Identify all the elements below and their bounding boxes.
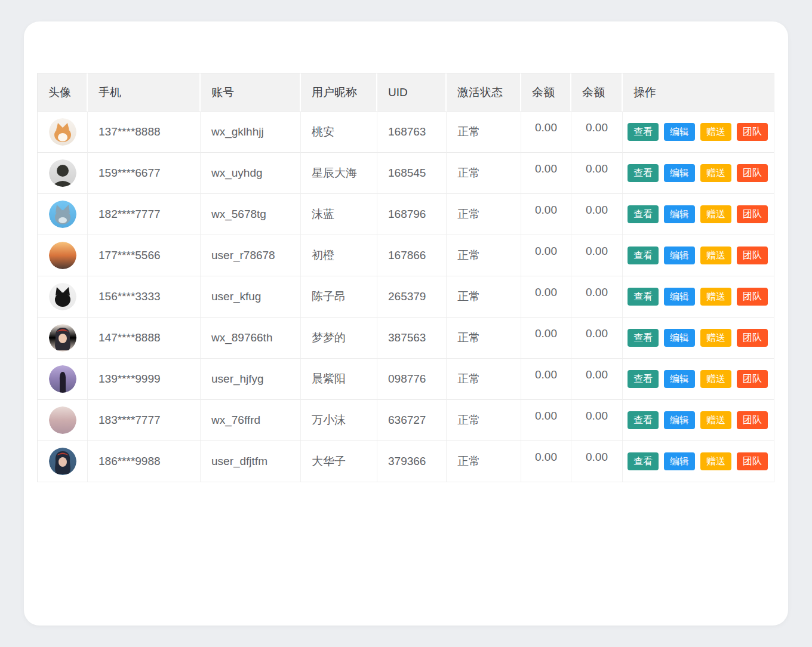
table-row: 156****3333user_kfug陈子昂265379正常0.000.00查… xyxy=(38,276,774,318)
balance1-cell: 0.00 xyxy=(521,112,571,153)
column-header-actions: 操作 xyxy=(623,73,774,112)
avatar-cell xyxy=(38,359,88,400)
nickname-cell: 梦梦的 xyxy=(301,318,377,359)
uid-cell: 168545 xyxy=(377,153,447,194)
table-row: 186****9988user_dfjtfm大华子379366正常0.000.0… xyxy=(38,441,774,482)
balance2-value: 0.00 xyxy=(586,162,608,175)
view-button[interactable]: 查看 xyxy=(628,205,659,223)
uid-cell: 379366 xyxy=(377,441,447,482)
edit-button[interactable]: 编辑 xyxy=(664,288,695,306)
balance1-value: 0.00 xyxy=(535,162,557,175)
gift-button[interactable]: 赠送 xyxy=(700,452,731,470)
balance2-value: 0.00 xyxy=(586,245,608,258)
avatar-cell xyxy=(38,112,88,153)
team-button[interactable]: 团队 xyxy=(737,205,768,223)
view-button[interactable]: 查看 xyxy=(628,329,659,347)
view-button[interactable]: 查看 xyxy=(628,247,659,264)
nickname-cell: 陈子昂 xyxy=(301,276,377,318)
edit-button[interactable]: 编辑 xyxy=(664,247,695,264)
uid-cell: 265379 xyxy=(377,276,447,318)
edit-button[interactable]: 编辑 xyxy=(664,123,695,141)
edit-button[interactable]: 编辑 xyxy=(664,164,695,182)
phone-cell: 159****6677 xyxy=(88,153,201,194)
view-button[interactable]: 查看 xyxy=(628,288,659,306)
table-body: 137****8888wx_gklhhjj桃安168763正常0.000.00查… xyxy=(38,112,774,482)
balance2-value: 0.00 xyxy=(586,204,608,217)
team-button[interactable]: 团队 xyxy=(737,123,768,141)
edit-button[interactable]: 编辑 xyxy=(664,370,695,388)
gift-button[interactable]: 赠送 xyxy=(700,164,731,182)
view-button[interactable]: 查看 xyxy=(628,123,659,141)
team-button[interactable]: 团队 xyxy=(737,164,768,182)
balance2-cell: 0.00 xyxy=(571,235,623,276)
account-cell: user_kfug xyxy=(201,276,301,318)
nickname-cell: 万小沫 xyxy=(301,400,377,441)
balance1-cell: 0.00 xyxy=(521,194,571,235)
balance2-value: 0.00 xyxy=(586,451,608,464)
column-header-uid: UID xyxy=(377,73,447,112)
gift-button[interactable]: 赠送 xyxy=(700,329,731,347)
balance1-value: 0.00 xyxy=(535,409,557,423)
balance2-cell: 0.00 xyxy=(571,153,623,194)
balance2-cell: 0.00 xyxy=(571,441,623,482)
gift-button[interactable]: 赠送 xyxy=(700,370,731,388)
status-cell: 正常 xyxy=(447,359,521,400)
team-button[interactable]: 团队 xyxy=(737,288,768,306)
avatar-cell xyxy=(38,318,88,359)
gift-button[interactable]: 赠送 xyxy=(700,411,731,429)
balance1-value: 0.00 xyxy=(535,286,557,299)
avatar-cell xyxy=(38,400,88,441)
gift-button[interactable]: 赠送 xyxy=(700,123,731,141)
edit-button[interactable]: 编辑 xyxy=(664,411,695,429)
actions-cell: 查看编辑赠送团队 xyxy=(623,194,774,235)
balance1-value: 0.00 xyxy=(535,451,557,464)
avatar-cell xyxy=(38,276,88,318)
edit-button[interactable]: 编辑 xyxy=(664,205,695,223)
team-button[interactable]: 团队 xyxy=(737,452,768,470)
phone-cell: 139****9999 xyxy=(88,359,201,400)
team-button[interactable]: 团队 xyxy=(737,247,768,264)
view-button[interactable]: 查看 xyxy=(628,370,659,388)
purple-silhouette-photo-avatar xyxy=(49,365,76,393)
balance1-value: 0.00 xyxy=(535,121,557,134)
nickname-cell: 星辰大海 xyxy=(301,153,377,194)
column-header-nickname: 用户昵称 xyxy=(301,73,377,112)
account-cell: user_r78678 xyxy=(201,235,301,276)
view-button[interactable]: 查看 xyxy=(628,411,659,429)
balance1-value: 0.00 xyxy=(535,368,557,381)
hands-window-photo-avatar xyxy=(49,406,76,434)
balance2-cell: 0.00 xyxy=(571,276,623,318)
actions-cell: 查看编辑赠送团队 xyxy=(623,112,774,153)
avatar-cell xyxy=(38,441,88,482)
nickname-cell: 晨紫阳 xyxy=(301,359,377,400)
phone-cell: 156****3333 xyxy=(88,276,201,318)
balance2-value: 0.00 xyxy=(586,286,608,299)
status-cell: 正常 xyxy=(447,153,521,194)
uid-cell: 636727 xyxy=(377,400,447,441)
balance2-cell: 0.00 xyxy=(571,112,623,153)
sunset-photo-avatar xyxy=(49,242,76,269)
balance1-cell: 0.00 xyxy=(521,235,571,276)
team-button[interactable]: 团队 xyxy=(737,329,768,347)
table-row: 147****8888wx_89766th梦梦的387563正常0.000.00… xyxy=(38,318,774,359)
actions-cell: 查看编辑赠送团队 xyxy=(623,235,774,276)
team-button[interactable]: 团队 xyxy=(737,370,768,388)
boy-photo-avatar xyxy=(49,159,76,187)
balance2-cell: 0.00 xyxy=(571,359,623,400)
balance2-value: 0.00 xyxy=(586,409,608,423)
view-button[interactable]: 查看 xyxy=(628,452,659,470)
gift-button[interactable]: 赠送 xyxy=(700,288,731,306)
status-cell: 正常 xyxy=(447,400,521,441)
view-button[interactable]: 查看 xyxy=(628,164,659,182)
account-cell: wx_89766th xyxy=(201,318,301,359)
balance2-value: 0.00 xyxy=(586,121,608,134)
team-button[interactable]: 团队 xyxy=(737,411,768,429)
gift-button[interactable]: 赠送 xyxy=(700,247,731,264)
balance1-cell: 0.00 xyxy=(521,318,571,359)
edit-button[interactable]: 编辑 xyxy=(664,329,695,347)
status-cell: 正常 xyxy=(447,441,521,482)
account-cell: wx_gklhhjj xyxy=(201,112,301,153)
edit-button[interactable]: 编辑 xyxy=(664,452,695,470)
balance2-value: 0.00 xyxy=(586,368,608,381)
gift-button[interactable]: 赠送 xyxy=(700,205,731,223)
